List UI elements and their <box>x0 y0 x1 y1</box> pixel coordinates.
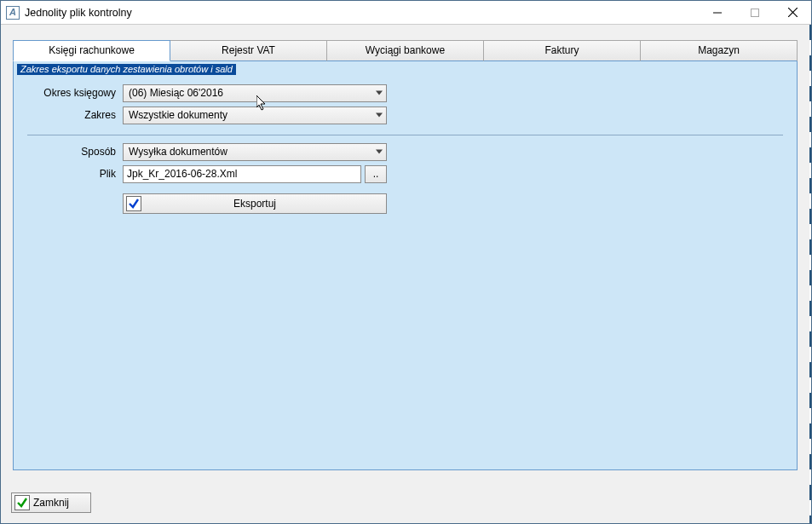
input-plik[interactable]: Jpk_Kr_2016-06-28.Xml <box>123 165 361 183</box>
section-title: Zakres eksportu danych zestawienia obrot… <box>17 64 236 75</box>
tab-wyciagi-bankowe[interactable]: Wyciągi bankowe <box>327 40 484 61</box>
export-button[interactable]: Eksportuj <box>123 193 387 214</box>
window-controls <box>699 1 811 24</box>
combo-sposob[interactable]: Wysyłka dokumentów <box>123 143 387 161</box>
combo-sposob-value: Wysyłka dokumentów <box>129 146 227 158</box>
maximize-button <box>736 1 774 24</box>
input-plik-value: Jpk_Kr_2016-06-28.Xml <box>127 168 237 180</box>
titlebar[interactable]: A Jednolity plik kontrolny <box>1 1 811 25</box>
divider <box>27 135 783 135</box>
svg-rect-1 <box>752 9 759 16</box>
close-button-label: Zamknij <box>12 497 90 509</box>
tab-ksiegi-rachunkowe[interactable]: Księgi rachunkowe <box>13 40 170 61</box>
chevron-down-icon <box>376 113 383 118</box>
label-plik: Plik <box>27 168 123 180</box>
combo-okres[interactable]: (06) Miesiąc 06'2016 <box>123 84 387 102</box>
export-button-label: Eksportuj <box>124 198 386 210</box>
tab-rejestr-vat[interactable]: Rejestr VAT <box>170 40 327 61</box>
close-button[interactable]: Zamknij <box>11 492 91 513</box>
app-icon: A <box>6 6 20 20</box>
chevron-down-icon <box>376 91 383 95</box>
combo-okres-value: (06) Miesiąc 06'2016 <box>129 87 223 99</box>
chevron-down-icon <box>376 150 383 154</box>
label-zakres: Zakres <box>27 109 123 121</box>
tab-panel: Zakres eksportu danych zestawienia obrot… <box>13 61 798 470</box>
tabs-row: Księgi rachunkowe Rejestr VAT Wyciągi ba… <box>13 40 798 61</box>
browse-button[interactable]: .. <box>365 165 387 183</box>
combo-zakres-value: Wszystkie dokumenty <box>129 109 227 121</box>
client-area: Księgi rachunkowe Rejestr VAT Wyciągi ba… <box>1 25 809 523</box>
window-close-button[interactable] <box>774 1 811 24</box>
combo-zakres[interactable]: Wszystkie dokumenty <box>123 107 387 124</box>
tab-magazyn[interactable]: Magazyn <box>641 40 798 61</box>
label-sposob: Sposób <box>27 146 123 158</box>
window-title: Jednolity plik kontrolny <box>25 7 699 19</box>
label-okres: Okres księgowy <box>27 87 123 99</box>
right-edge-decor <box>809 25 811 523</box>
app-window: A Jednolity plik kontrolny Księgi rachun… <box>0 0 812 524</box>
tab-faktury[interactable]: Faktury <box>484 40 641 61</box>
minimize-button[interactable] <box>699 1 736 24</box>
